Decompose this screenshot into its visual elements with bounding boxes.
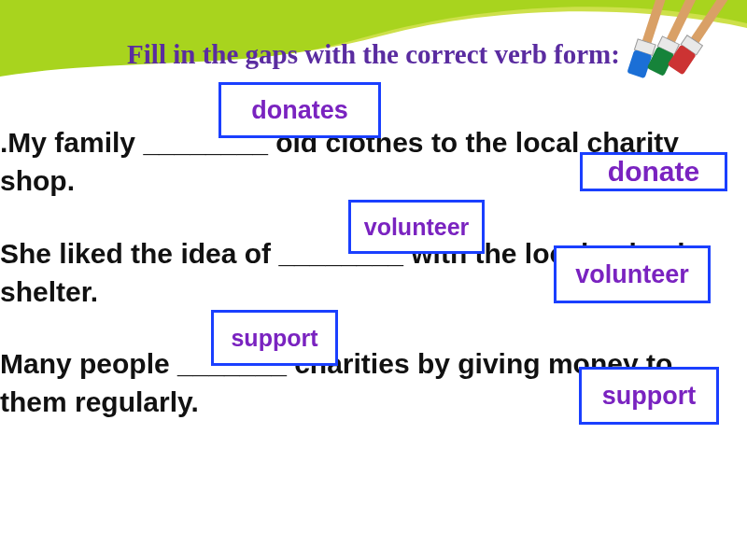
answer-volunteer-side: volunteer — [554, 245, 711, 303]
answer-donate: donate — [580, 152, 727, 191]
answer-support-side: support — [579, 367, 719, 425]
answer-support-inline: support — [211, 310, 338, 366]
page-title: Fill in the gaps with the correct verb f… — [0, 39, 747, 70]
answer-donates: donates — [218, 82, 381, 138]
answer-volunteer-inline: volunteer — [348, 200, 485, 254]
